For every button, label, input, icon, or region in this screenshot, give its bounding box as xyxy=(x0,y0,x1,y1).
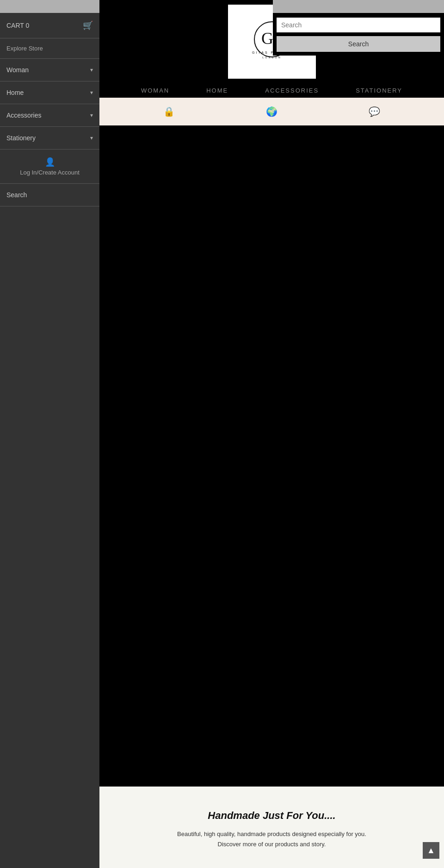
chat-icon: 💬 xyxy=(369,106,380,117)
sidebar-accessories-label: Accessories xyxy=(6,112,41,119)
sidebar-stationery-label: Stationery xyxy=(6,134,36,142)
sidebar-item-accessories: Accessories ▾ xyxy=(0,104,99,127)
nav-item-stationery[interactable]: STATIONERY xyxy=(337,83,421,98)
cart-icon: 🛒 xyxy=(83,20,93,31)
bottom-description-line2: Discover more of our products and story. xyxy=(118,839,426,849)
sidebar-search-label: Search xyxy=(6,191,27,199)
search-input-row: Search xyxy=(273,13,444,56)
search-submit-button[interactable]: Search xyxy=(277,36,440,52)
sidebar-item-woman: Woman ▾ xyxy=(0,59,99,81)
sidebar-search-button[interactable]: Search xyxy=(0,184,99,206)
sidebar-stationery-header[interactable]: Stationery ▾ xyxy=(0,127,99,149)
chevron-down-icon: ▾ xyxy=(90,112,93,119)
cart-label: CART 0 xyxy=(6,22,29,29)
lock-icon: 🔒 xyxy=(163,106,175,117)
globe-icon: 🌍 xyxy=(266,106,278,117)
hero-section xyxy=(99,125,444,787)
bottom-description-line1: Beautiful, high quality, handmade produc… xyxy=(118,829,426,839)
svg-text:LONDON: LONDON xyxy=(262,56,282,59)
cart-button[interactable]: CART 0 🛒 xyxy=(0,13,99,38)
sidebar-item-stationery: Stationery ▾ xyxy=(0,127,99,150)
account-label: Log In/Create Account xyxy=(20,169,80,176)
account-button[interactable]: 👤 Log In/Create Account xyxy=(0,150,99,184)
main-content: GP GITAS PORTAL LONDON Search WOMAN HOME… xyxy=(99,0,444,868)
chevron-down-icon: ▾ xyxy=(90,67,93,73)
explore-store-label: Explore Store xyxy=(0,38,99,59)
search-input[interactable] xyxy=(277,18,440,32)
icons-row: 🔒 🌍 💬 xyxy=(99,98,444,125)
bottom-title: Handmade Just For You.... xyxy=(118,810,426,822)
sidebar-top-bar xyxy=(0,0,99,13)
nav-item-home[interactable]: HOME xyxy=(188,83,247,98)
main-nav: WOMAN HOME ACCESSORIES STATIONERY xyxy=(99,79,444,98)
search-overlay-top xyxy=(273,0,444,13)
header-bar: GP GITAS PORTAL LONDON Search xyxy=(99,0,444,79)
user-icon: 👤 xyxy=(45,157,55,167)
sidebar-home-header[interactable]: Home ▾ xyxy=(0,81,99,104)
sidebar-woman-label: Woman xyxy=(6,66,29,74)
sidebar-woman-header[interactable]: Woman ▾ xyxy=(0,59,99,81)
chevron-down-icon: ▾ xyxy=(90,135,93,141)
sidebar-home-label: Home xyxy=(6,89,24,96)
sidebar: CART 0 🛒 Explore Store Woman ▾ Home ▾ Ac… xyxy=(0,0,99,868)
nav-item-woman[interactable]: WOMAN xyxy=(123,83,188,98)
nav-item-accessories[interactable]: ACCESSORIES xyxy=(247,83,337,98)
sidebar-item-home: Home ▾ xyxy=(0,81,99,104)
search-overlay: Search xyxy=(273,0,444,56)
bottom-section: Handmade Just For You.... Beautiful, hig… xyxy=(99,787,444,868)
sidebar-accessories-header[interactable]: Accessories ▾ xyxy=(0,104,99,126)
chevron-down-icon: ▾ xyxy=(90,89,93,96)
scroll-top-button[interactable]: ▲ xyxy=(423,842,439,859)
